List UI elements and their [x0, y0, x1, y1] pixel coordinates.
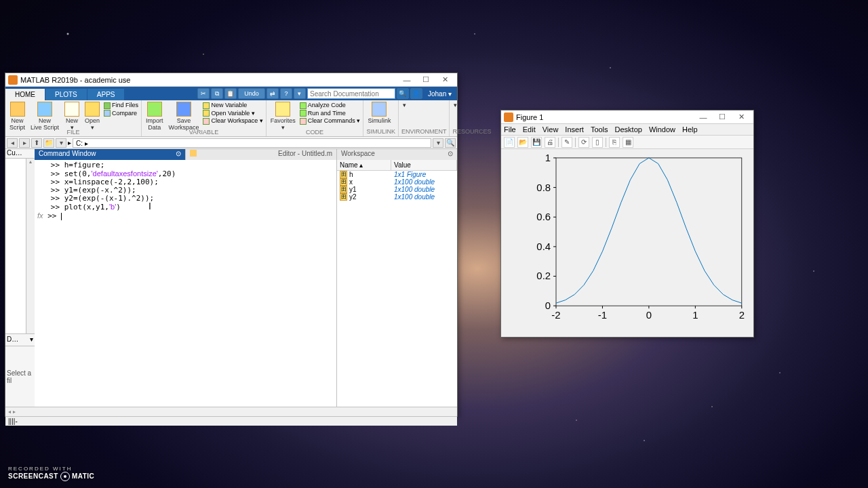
menu-help[interactable]: Help [682, 125, 698, 134]
save-figure-icon[interactable]: 💾 [531, 137, 542, 148]
new-script-button[interactable]: New Script [8, 102, 26, 131]
nav-up-icon[interactable]: ⬆ [31, 138, 42, 148]
clear-commands-button[interactable]: Clear Commands ▾ [300, 117, 361, 125]
qat-dropdown-icon[interactable]: ▾ [294, 88, 306, 99]
search-icon[interactable]: 🔍 [397, 88, 409, 99]
matlab-window: MATLAB R2019b - academic use — ☐ ✕ HOME … [5, 73, 458, 417]
svg-text:0.8: 0.8 [536, 182, 551, 193]
ribbon-group-simulink: SIMULINK [366, 128, 395, 136]
menu-window[interactable]: Window [649, 125, 675, 134]
user-menu[interactable]: Johan ▾ [424, 90, 456, 98]
qat-copy-icon[interactable]: ⧉ [211, 88, 223, 99]
tab-apps[interactable]: APPS [87, 89, 125, 100]
analyze-code-button[interactable]: Analyze Code [300, 102, 361, 109]
save-workspace-button[interactable]: Save Workspace [167, 102, 201, 131]
nav-fwd-icon[interactable]: ▸ [19, 138, 30, 148]
workspace-title[interactable]: Workspace⊙ [337, 149, 457, 160]
new-variable-button[interactable]: New Variable [203, 102, 262, 109]
menu-view[interactable]: View [542, 125, 559, 134]
menu-desktop[interactable]: Desktop [615, 125, 642, 134]
menu-insert[interactable]: Insert [565, 125, 584, 134]
nav-back-icon[interactable]: ◂ [7, 138, 18, 148]
fig-minimize-button[interactable]: — [694, 113, 713, 121]
figure-titlebar[interactable]: Figure 1 — ☐ ✕ [501, 110, 753, 124]
variable-icon: 田 [340, 193, 347, 201]
workspace-menu-icon[interactable]: ⊙ [448, 150, 453, 159]
plot-canvas: -2-101200.20.40.60.81 [531, 152, 748, 321]
compare-button[interactable]: Compare [104, 110, 138, 117]
import-data-button[interactable]: Import Data [144, 102, 165, 131]
command-window-title[interactable]: Command Window⊙ [35, 149, 185, 160]
ribbon: New Script New Live Script New ▾ Open ▾ … [5, 100, 457, 137]
search-input[interactable] [307, 88, 395, 99]
workspace-row[interactable]: 田h1x1 Figure [337, 171, 457, 178]
qat-paste-icon[interactable]: 📋 [224, 88, 237, 99]
environment-dropdown[interactable]: ▾ [401, 102, 408, 108]
browse-folder-icon[interactable]: 📁 [43, 138, 54, 148]
current-folder-list[interactable] [5, 159, 26, 333]
qat-cut-icon[interactable]: ✂ [197, 88, 210, 99]
scrollbar[interactable]: ▴ [26, 159, 35, 333]
figure-menubar: FileEditViewInsertToolsDesktopWindowHelp [501, 124, 753, 136]
variable-icon: 田 [340, 171, 347, 178]
close-button[interactable]: ✕ [435, 75, 454, 84]
status-bar: ◂ ▸ [5, 407, 457, 416]
new-button[interactable]: New ▾ [63, 102, 81, 131]
clear-workspace-button[interactable]: Clear Workspace ▾ [203, 117, 262, 125]
tab-plots[interactable]: PLOTS [45, 89, 87, 100]
undo-button[interactable]: Undo [238, 88, 265, 99]
editor-title[interactable]: Editor - Untitled.m [185, 149, 336, 160]
maximize-button[interactable]: ☐ [416, 75, 435, 84]
signin-icon[interactable]: 👤 [410, 88, 422, 99]
run-and-time-button[interactable]: Run and Time [300, 110, 361, 117]
qat-switch-icon[interactable]: ⇄ [267, 88, 279, 99]
editor-file-icon [190, 150, 197, 157]
open-figure-icon[interactable]: 📂 [517, 137, 528, 148]
command-window[interactable]: >> h=figure; >> set(0,'defaultaxesfontsi… [35, 160, 336, 407]
fig-close-button[interactable]: ✕ [732, 113, 751, 121]
print-figure-icon[interactable]: 🖨 [545, 137, 555, 148]
figure-toolbar: 📄 📂 💾 🖨 ✎ ⟳ ▯ ⎘ ▦ [501, 136, 753, 149]
select-file-hint: Select a fil [5, 368, 35, 386]
nav-history-icon[interactable]: ▾ [56, 138, 66, 148]
workspace-row[interactable]: 田x1x100 double [337, 178, 457, 186]
text-caret: I [149, 202, 151, 210]
tab-home[interactable]: HOME [5, 89, 45, 100]
open-variable-button[interactable]: Open Variable ▾ [203, 110, 262, 117]
ws-col-value[interactable]: Value [391, 160, 457, 170]
svg-text:1: 1 [692, 310, 698, 321]
workspace-row[interactable]: 田y11x100 double [337, 186, 457, 193]
data-cursor-icon[interactable]: ▯ [592, 137, 603, 148]
simulink-button[interactable]: Simulink [366, 102, 392, 124]
menu-file[interactable]: File [504, 125, 516, 134]
menu-edit[interactable]: Edit [523, 125, 536, 134]
new-figure-icon[interactable]: 📄 [504, 137, 515, 148]
fig-maximize-button[interactable]: ☐ [713, 113, 732, 121]
svg-text:-1: -1 [598, 310, 607, 321]
edit-plot-icon[interactable]: ✎ [561, 137, 572, 148]
insert-colorbar-icon[interactable]: ▦ [623, 137, 633, 148]
ws-col-name[interactable]: Name ▴ [337, 160, 391, 170]
help-icon[interactable]: ? [280, 88, 292, 99]
new-live-script-button[interactable]: New Live Script [29, 102, 60, 131]
minimize-button[interactable]: — [397, 76, 416, 84]
figure-icon [504, 113, 513, 122]
menu-tools[interactable]: Tools [591, 125, 608, 134]
variable-icon: 田 [340, 178, 347, 186]
path-search-icon[interactable]: 🔍 [445, 138, 456, 148]
axes[interactable]: -2-101200.20.40.60.81 [531, 152, 748, 321]
open-button[interactable]: Open ▾ [83, 102, 101, 131]
workspace-row[interactable]: 田y21x100 double [337, 193, 457, 201]
dock-icon[interactable]: ⊙ [176, 150, 181, 159]
resources-dropdown[interactable]: ▾ [452, 102, 458, 108]
matlab-titlebar[interactable]: MATLAB R2019b - academic use — ☐ ✕ [5, 73, 457, 87]
link-plot-icon[interactable]: ⎘ [609, 137, 620, 148]
svg-text:0.2: 0.2 [536, 270, 551, 281]
path-dropdown-icon[interactable]: ▾ [433, 138, 443, 148]
rotate-3d-icon[interactable]: ⟳ [578, 137, 589, 148]
ribbon-group-resources: RESOURCES [452, 128, 491, 136]
find-files-button[interactable]: Find Files [104, 102, 138, 109]
current-path[interactable]: C: ▸ [73, 138, 431, 148]
favorites-button[interactable]: Favorites ▾ [269, 102, 297, 131]
path-arrow-icon: ▸ [68, 139, 71, 146]
